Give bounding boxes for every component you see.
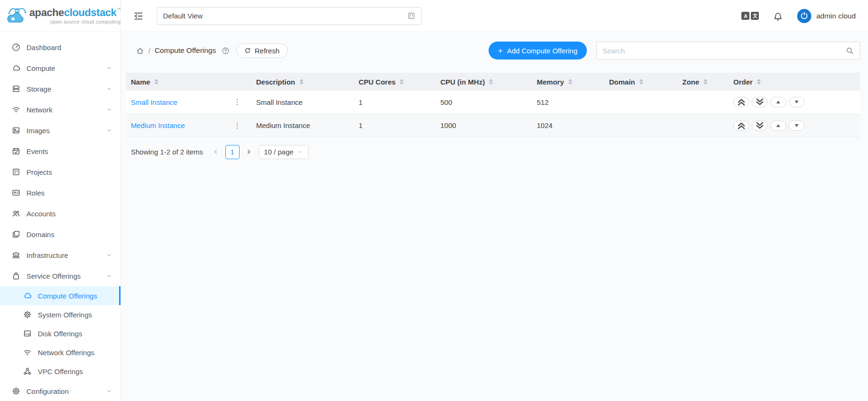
column-header-zone[interactable]: Zone — [678, 73, 729, 91]
power-icon — [799, 11, 809, 21]
add-compute-offering-button[interactable]: + Add Compute Offering — [489, 42, 587, 60]
move-to-bottom-button[interactable] — [752, 97, 768, 107]
service-offerings-submenu: Compute Offerings System Offerings Disk … — [0, 286, 120, 381]
sidebar-item-label: Images — [26, 127, 106, 135]
sidebar-item-projects[interactable]: Projects — [0, 162, 120, 182]
refresh-button[interactable]: Refresh — [236, 43, 288, 58]
column-header-description[interactable]: Description — [251, 73, 354, 91]
cell-memory: 512 — [532, 91, 604, 114]
cell-cpu-cores: 1 — [354, 114, 436, 137]
brand-name: apachecloudstack™ — [29, 8, 120, 18]
column-label: CPU Cores — [359, 78, 395, 86]
app-logo[interactable]: apachecloudstack™ open source cloud comp… — [0, 0, 120, 32]
column-header-cpu-mhz[interactable]: CPU (in MHz) — [436, 73, 532, 91]
column-header-cpu-cores[interactable]: CPU Cores — [354, 73, 436, 91]
next-page-icon[interactable] — [245, 148, 253, 156]
id-card-icon — [12, 188, 20, 197]
sidebar-item-configuration[interactable]: Configuration — [0, 381, 120, 401]
view-selector[interactable]: Default View — [157, 7, 421, 25]
move-to-top-button[interactable] — [733, 97, 749, 107]
sidebar-item-domains[interactable]: Domains — [0, 224, 120, 245]
menu-fold-icon[interactable] — [133, 11, 144, 21]
kebab-menu-icon[interactable]: ⋮ — [233, 122, 241, 129]
gear-icon — [23, 310, 32, 319]
main-area: Default View A 文 admin cloud — [121, 0, 868, 401]
sidebar-item-label: Configuration — [26, 387, 106, 395]
plus-icon: + — [498, 47, 503, 55]
sidebar-item-label: Disk Offerings — [38, 330, 112, 338]
notifications-bell-icon[interactable] — [773, 11, 783, 21]
search-icon[interactable] — [846, 47, 854, 55]
sidebar-item-storage[interactable]: Storage — [0, 78, 120, 99]
view-selector-value: Default View — [163, 12, 407, 20]
shopping-bag-icon — [12, 272, 20, 280]
cell-zone — [678, 114, 729, 137]
sidebar-item-accounts[interactable]: Accounts — [0, 203, 120, 224]
cloudstack-monkey-logo-icon — [5, 4, 27, 28]
offering-name-link[interactable]: Small Instance — [131, 98, 177, 106]
sidebar-item-label: Infrastructure — [26, 251, 106, 259]
column-header-memory[interactable]: Memory — [532, 73, 604, 91]
cluster-icon — [23, 367, 32, 375]
chevron-down-icon — [106, 65, 112, 71]
toolbar-right: + Add Compute Offering — [489, 42, 860, 60]
kanban-icon — [407, 12, 415, 20]
column-label: CPU (in MHz) — [440, 78, 485, 86]
sidebar-item-label: Network Offerings — [38, 349, 112, 357]
sort-carets-icon — [639, 79, 643, 85]
sort-carets-icon — [704, 79, 707, 85]
sidebar-item-images[interactable]: Images — [0, 120, 120, 141]
home-icon[interactable] — [136, 47, 144, 55]
sidebar: apachecloudstack™ open source cloud comp… — [0, 0, 121, 401]
translate-button[interactable]: A 文 — [741, 12, 759, 20]
move-down-button[interactable] — [789, 120, 805, 131]
sidebar-item-roles[interactable]: Roles — [0, 182, 120, 203]
sidebar-item-system-offerings[interactable]: System Offerings — [0, 305, 120, 324]
cell-cpu-mhz: 1000 — [436, 114, 532, 137]
sidebar-item-dashboard[interactable]: Dashboard — [0, 37, 120, 58]
move-up-button[interactable] — [770, 97, 786, 107]
sidebar-item-disk-offerings[interactable]: Disk Offerings — [0, 324, 120, 343]
dashboard-icon — [12, 43, 20, 51]
table-row: Small Instance⋮ Small Instance 1 500 512 — [126, 91, 860, 114]
sidebar-item-service-offerings[interactable]: Service Offerings — [0, 265, 120, 286]
move-up-button[interactable] — [770, 120, 786, 131]
content: / Compute Offerings Refresh + Add Comput… — [121, 32, 868, 401]
table-row: Medium Instance⋮ Medium Instance 1 1000 … — [126, 114, 860, 137]
sidebar-item-events[interactable]: Events — [0, 141, 120, 162]
search-input[interactable] — [602, 47, 846, 55]
picture-icon — [12, 126, 20, 135]
offering-name-link[interactable]: Medium Instance — [131, 121, 185, 129]
sidebar-item-vpc-offerings[interactable]: VPC Offerings — [0, 362, 120, 381]
sidebar-item-compute-offerings[interactable]: Compute Offerings — [0, 286, 120, 305]
user-menu[interactable]: admin cloud — [797, 9, 856, 23]
chevron-up-icon — [106, 273, 112, 279]
move-to-top-button[interactable] — [733, 120, 749, 131]
column-header-name[interactable]: Name — [126, 73, 251, 91]
topbar: Default View A 文 admin cloud — [121, 0, 868, 32]
triangle-up-icon — [776, 124, 780, 127]
pagination-summary: Showing 1-2 of 2 items — [131, 148, 203, 156]
column-header-order[interactable]: Order — [729, 73, 860, 91]
sidebar-item-network-offerings[interactable]: Network Offerings — [0, 343, 120, 362]
bank-icon — [12, 251, 20, 259]
sidebar-item-label: System Offerings — [38, 311, 112, 319]
column-header-domain[interactable]: Domain — [604, 73, 678, 91]
column-label: Memory — [537, 78, 564, 86]
calendar-check-icon — [12, 147, 20, 155]
kebab-menu-icon[interactable]: ⋮ — [233, 98, 241, 106]
sidebar-item-infrastructure[interactable]: Infrastructure — [0, 245, 120, 265]
sidebar-item-label: Projects — [26, 168, 112, 176]
help-question-icon[interactable] — [222, 47, 230, 55]
move-to-bottom-button[interactable] — [752, 120, 768, 131]
move-down-button[interactable] — [789, 97, 805, 107]
page-number-button[interactable]: 1 — [225, 145, 240, 159]
sidebar-item-label: Network — [26, 106, 106, 114]
brand-trademark: ™ — [116, 7, 120, 12]
sidebar-item-network[interactable]: Network — [0, 99, 120, 120]
page-size-select[interactable]: 10 / page — [258, 145, 309, 159]
sort-carets-icon — [489, 79, 493, 85]
sidebar-item-compute[interactable]: Compute — [0, 58, 120, 78]
cell-cpu-mhz: 500 — [436, 91, 532, 114]
previous-page-icon[interactable] — [212, 148, 220, 156]
